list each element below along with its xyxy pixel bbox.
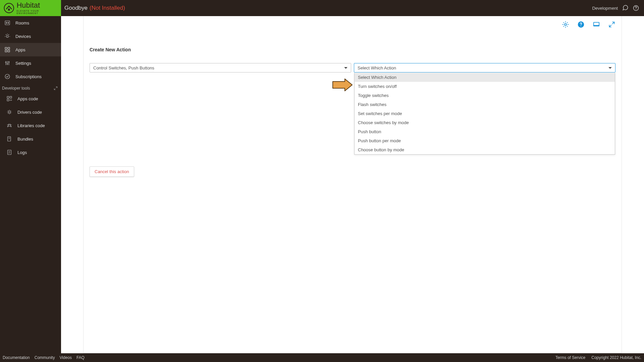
svg-rect-8: [5, 47, 7, 49]
brand-text: Hubitat ELEVATE YOUR ENVIRONMENT: [16, 2, 61, 14]
sidebar-item-settings[interactable]: Settings: [0, 56, 61, 70]
svg-rect-10: [5, 50, 7, 52]
footer-link-community[interactable]: Community: [35, 355, 55, 360]
sidebar-item-label: Apps: [15, 47, 25, 52]
select-which-action[interactable]: Select Which Action Select Which Action …: [354, 63, 615, 72]
chat-icon[interactable]: [622, 5, 629, 11]
footer-left: Documentation Community Videos FAQ: [3, 355, 85, 360]
sidebar-item-label: Rooms: [15, 20, 29, 25]
sidebar-item-apps-code[interactable]: Apps code: [0, 92, 61, 105]
screen-icon[interactable]: [593, 21, 600, 28]
help-circle-icon[interactable]: [577, 21, 585, 28]
svg-rect-16: [7, 96, 9, 98]
dropdown-option[interactable]: Push button: [355, 127, 615, 136]
dropdown-option[interactable]: Push button per mode: [355, 136, 615, 145]
svg-point-24: [581, 26, 581, 27]
main-area: Create New Action Control Switches, Push…: [61, 16, 644, 353]
sidebar-item-subscriptions[interactable]: Subscriptions: [0, 70, 61, 83]
logs-icon: [6, 149, 13, 156]
hubitat-icon: [3, 2, 14, 14]
sidebar-item-label: Bundles: [17, 137, 33, 142]
devices-icon: [4, 33, 11, 40]
apps-code-icon: [6, 95, 13, 102]
panel-content: Create New Action Control Switches, Push…: [84, 16, 622, 177]
settings-icon: [4, 60, 11, 66]
caret-down-icon: [344, 67, 347, 69]
dropdown-option[interactable]: Turn switches on/off: [355, 82, 615, 91]
dropdown-option[interactable]: Choose button by mode: [355, 145, 615, 154]
sidebar-item-label: Logs: [17, 150, 27, 155]
select-action-type[interactable]: Control Switches, Push Buttons: [90, 63, 351, 72]
sidebar-item-libraries-code[interactable]: Libraries code: [0, 119, 61, 132]
svg-point-7: [6, 36, 8, 38]
dropdown-option[interactable]: Choose switches by mode: [355, 118, 615, 127]
svg-point-19: [8, 111, 10, 113]
footer-link-documentation[interactable]: Documentation: [3, 355, 30, 360]
top-bar: Hubitat ELEVATE YOUR ENVIRONMENT Goodbye…: [0, 0, 644, 16]
annotation-arrow-icon: [332, 78, 353, 92]
footer: Documentation Community Videos FAQ Terms…: [0, 353, 644, 362]
page-status-tag: (Not Installed): [90, 5, 125, 11]
svg-marker-27: [333, 79, 352, 91]
svg-rect-5: [6, 22, 7, 24]
sidebar-item-label: Settings: [15, 61, 31, 66]
drivers-code-icon: [6, 109, 13, 115]
footer-link-faq[interactable]: FAQ: [76, 355, 85, 360]
svg-point-22: [565, 23, 567, 25]
svg-point-3: [636, 9, 636, 10]
sidebar-section-label: Developer tools: [2, 86, 30, 91]
svg-rect-6: [8, 22, 9, 24]
footer-link-terms[interactable]: Terms of Service: [555, 355, 585, 360]
svg-rect-4: [5, 21, 10, 25]
sidebar-item-label: Apps code: [17, 96, 38, 101]
dropdown-option[interactable]: Toggle switches: [355, 91, 615, 100]
sidebar-item-label: Devices: [15, 34, 31, 39]
bundles-icon: [6, 136, 13, 142]
svg-rect-9: [8, 47, 10, 49]
svg-point-15: [5, 74, 10, 79]
svg-rect-17: [10, 96, 12, 98]
fullscreen-icon[interactable]: [608, 21, 615, 28]
content-panel: Create New Action Control Switches, Push…: [83, 16, 622, 353]
cancel-action-button[interactable]: Cancel this action: [90, 166, 134, 177]
section-heading: Create New Action: [90, 47, 615, 52]
svg-point-0: [4, 3, 14, 13]
svg-rect-1: [8, 9, 10, 11]
brand-name: Hubitat: [16, 2, 61, 9]
dropdown-option[interactable]: Select Which Action: [355, 73, 615, 82]
sidebar-item-drivers-code[interactable]: Drivers code: [0, 105, 61, 119]
environment-label[interactable]: Development: [592, 6, 618, 11]
select-which-action-placeholder: Select Which Action: [358, 65, 396, 70]
svg-point-13: [7, 63, 8, 64]
help-icon[interactable]: [633, 5, 639, 11]
apps-icon: [4, 46, 11, 53]
sidebar-section-dev-tools[interactable]: Developer tools: [0, 83, 61, 92]
sidebar-item-rooms[interactable]: Rooms: [0, 16, 61, 30]
select-row: Control Switches, Push Buttons Select Wh…: [90, 63, 615, 72]
footer-link-videos[interactable]: Videos: [59, 355, 71, 360]
sidebar-item-label: Libraries code: [17, 123, 45, 128]
sidebar-item-label: Drivers code: [17, 110, 42, 115]
panel-toolbar: [562, 21, 615, 28]
gear-icon[interactable]: [562, 21, 569, 28]
svg-rect-20: [8, 137, 11, 141]
svg-rect-26: [594, 25, 599, 26]
collapse-icon[interactable]: [54, 86, 58, 90]
svg-rect-18: [7, 99, 9, 101]
which-action-dropdown: Select Which Action Turn switches on/off…: [354, 73, 615, 155]
dropdown-option[interactable]: Set switches per mode: [355, 109, 615, 118]
sidebar-item-apps[interactable]: Apps: [0, 43, 61, 56]
caret-down-icon: [608, 67, 612, 69]
svg-rect-11: [8, 50, 10, 52]
page-title: Goodbye: [64, 5, 88, 11]
brand-tagline: ELEVATE YOUR ENVIRONMENT: [16, 10, 61, 14]
sidebar-item-bundles[interactable]: Bundles: [0, 132, 61, 146]
rooms-icon: [4, 19, 11, 26]
footer-copyright: Copyright 2022 Hubitat, Inc.: [591, 355, 641, 360]
dropdown-option[interactable]: Flash switches: [355, 100, 615, 109]
subscriptions-icon: [4, 73, 11, 80]
sidebar-item-devices[interactable]: Devices: [0, 30, 61, 43]
brand-logo[interactable]: Hubitat ELEVATE YOUR ENVIRONMENT: [0, 0, 61, 16]
sidebar-item-logs[interactable]: Logs: [0, 146, 61, 159]
select-action-type-value: Control Switches, Push Buttons: [93, 65, 154, 70]
